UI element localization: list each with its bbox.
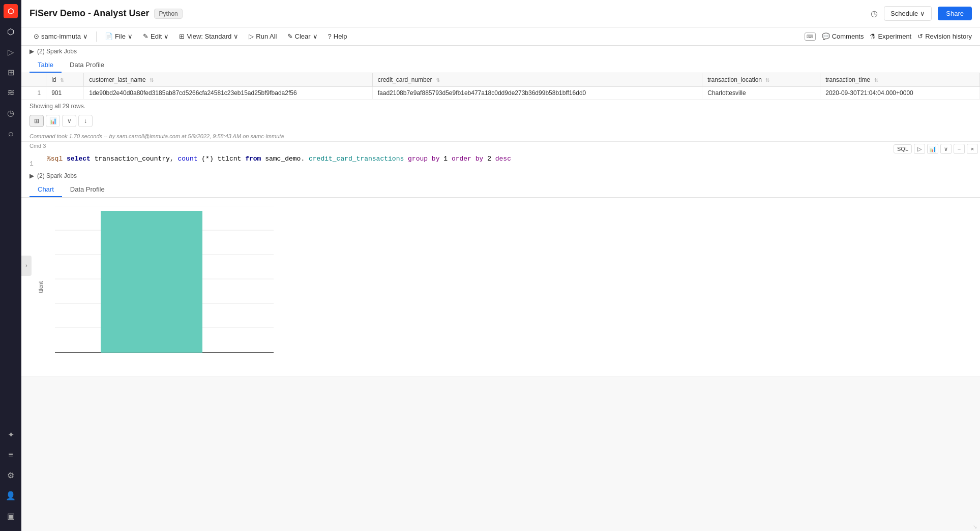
toolbar: ⊙ samc-immuta ∨ 📄 File ∨ ✎ Edit ∨ ⊞ View… xyxy=(21,27,980,46)
cell-cc-number: faad2108b7e9af885793d5e9fb1eb477a18c0dd9… xyxy=(372,87,702,100)
bar-us xyxy=(101,211,202,353)
row-num-1: 1 xyxy=(21,87,46,100)
comments-button[interactable]: 💬 Comments xyxy=(822,33,864,40)
run-all-button[interactable]: ▷ Run All xyxy=(245,30,281,42)
title-bar-right: ◷ Schedule ∨ Share xyxy=(871,6,972,21)
help-menu[interactable]: ? Help xyxy=(324,30,351,42)
file-menu[interactable]: 📄 File ∨ xyxy=(101,30,137,42)
cmd-label-2: Cmd 3 xyxy=(21,142,980,150)
schedule-button[interactable]: Schedule ∨ xyxy=(884,6,932,21)
col-credit-card-number: credit_card_number ⇅ xyxy=(372,73,702,87)
id-sort-icon: ⇅ xyxy=(60,77,64,83)
table-view-button[interactable]: ⊞ xyxy=(29,115,44,127)
spark-jobs-triangle-icon: ▶ xyxy=(29,48,34,55)
table-wrapper: id ⇅ customer_last_name ⇅ credit_card_nu… xyxy=(21,73,980,100)
sidebar-item-clock[interactable]: ◷ xyxy=(2,104,20,122)
cell-close-button[interactable]: × xyxy=(967,144,978,154)
run-all-icon: ▷ xyxy=(249,33,254,40)
edit-menu[interactable]: ✎ Edit ∨ xyxy=(139,30,173,42)
run-all-label: Run All xyxy=(256,33,277,40)
chart-view-button[interactable]: 📊 xyxy=(46,115,60,127)
tab-chart[interactable]: Chart xyxy=(29,181,62,197)
sidebar-item-home[interactable]: ⬡ xyxy=(2,22,20,41)
sidebar-item-search[interactable]: ⌕ xyxy=(2,124,20,142)
cell-last-name: 1de90bd2e40d0a80fed3185ab87cd5266cfa2458… xyxy=(84,87,372,100)
run-cell-button[interactable]: ▷ xyxy=(914,144,925,154)
code-paren: (*) ttlcnt xyxy=(201,155,245,163)
chart-type-button[interactable]: 📊 xyxy=(927,144,938,154)
cell-2-toolbar: SQL ▷ 📊 ∨ − × xyxy=(894,144,978,154)
schedule-label: Schedule xyxy=(890,10,918,17)
edit-label: Edit xyxy=(151,33,162,40)
select-keyword: select xyxy=(67,155,91,163)
cluster-icon: ⊙ xyxy=(34,33,39,40)
magic-keyword: %sql xyxy=(47,155,63,163)
experiment-button[interactable]: ⚗ Experiment xyxy=(870,33,911,40)
col-customer-last-name: customer_last_name ⇅ xyxy=(84,73,372,87)
sidebar-collapse-toggle[interactable]: › xyxy=(21,256,32,276)
col-id: id ⇅ xyxy=(46,73,84,87)
language-badge[interactable]: Python xyxy=(154,9,182,19)
clear-chevron-icon: ∨ xyxy=(313,33,318,40)
cell-2: Cmd 3 1 %sql select transaction_country,… xyxy=(21,142,980,377)
dropdown-view-button[interactable]: ∨ xyxy=(62,115,76,127)
col-transaction-location: transaction_location ⇅ xyxy=(702,73,820,87)
cell-minus-button[interactable]: − xyxy=(954,144,965,154)
cmd-info-1: Command took 1.70 seconds -- by sam.carr… xyxy=(21,131,980,141)
revision-history-button[interactable]: ↺ Revision history xyxy=(917,33,972,40)
keyboard-shortcut-icon[interactable]: ⌨ xyxy=(805,33,816,41)
y-axis-label: ttlcnt xyxy=(38,281,44,293)
tab-table[interactable]: Table xyxy=(29,57,62,73)
time-sort-icon: ⇅ xyxy=(874,77,878,83)
sql-badge[interactable]: SQL xyxy=(894,144,912,153)
help-icon: ? xyxy=(328,33,332,40)
from-keyword: from xyxy=(245,155,261,163)
file-label: File xyxy=(115,33,126,40)
main-content: FiServ Demo - Analyst User Python ◷ Sche… xyxy=(21,0,980,531)
chart-container: ttlcnt 0 5 10 xyxy=(21,198,980,377)
view-menu[interactable]: ⊞ View: Standard ∨ xyxy=(175,30,243,42)
clear-menu[interactable]: ✎ Clear ∨ xyxy=(283,30,322,42)
tab-data-profile[interactable]: Data Profile xyxy=(62,57,112,73)
sidebar-item-cluster[interactable]: ✦ xyxy=(2,425,20,444)
col-transaction-time: transaction_time ⇅ xyxy=(820,73,980,87)
view-icon: ⊞ xyxy=(179,33,185,40)
loc-sort-icon: ⇅ xyxy=(765,77,769,83)
sidebar-item-user[interactable]: 👤 xyxy=(2,486,20,505)
schedule-clock-icon: ◷ xyxy=(871,9,878,18)
tab-data-profile-2[interactable]: Data Profile xyxy=(62,181,113,197)
desc-keyword: desc xyxy=(495,155,511,163)
sidebar-item-workflows[interactable]: ≡ xyxy=(2,446,20,464)
sidebar-item-expand[interactable]: ▣ xyxy=(2,507,20,525)
sidebar-item-arrow[interactable]: ▷ xyxy=(2,43,20,61)
sidebar-item-layers[interactable]: ≋ xyxy=(2,83,20,102)
databricks-logo[interactable]: ⬡ xyxy=(4,4,18,18)
cell-location: Charlottesville xyxy=(702,87,820,100)
help-label: Help xyxy=(334,33,347,40)
code-text-2: samc_demo. xyxy=(265,155,305,163)
cluster-selector[interactable]: ⊙ samc-immuta ∨ xyxy=(29,30,92,42)
sidebar-item-data[interactable]: ⊞ xyxy=(2,63,20,81)
title-bar-left: FiServ Demo - Analyst User Python xyxy=(29,8,871,19)
revision-history-icon: ↺ xyxy=(917,33,923,40)
spark-jobs-label-1: (2) Spark Jobs xyxy=(37,48,77,55)
file-icon: 📄 xyxy=(105,33,113,40)
notebook-area: ▶ (2) Spark Jobs Table Data Profile xyxy=(21,46,980,531)
table-header-row: id ⇅ customer_last_name ⇅ credit_card_nu… xyxy=(21,73,980,87)
spark-jobs-row-2[interactable]: ▶ (2) Spark Jobs xyxy=(21,170,980,181)
code-text-3: 1 xyxy=(443,155,452,163)
sidebar-item-settings[interactable]: ⚙ xyxy=(2,466,20,484)
download-button[interactable]: ↓ xyxy=(78,115,93,127)
chart-svg: 0 5 10 15 20 xyxy=(55,206,274,353)
experiment-label: Experiment xyxy=(878,33,911,40)
code-editor-2[interactable]: 1 %sql select transaction_country, count… xyxy=(21,150,980,170)
spark-jobs-row-1[interactable]: ▶ (2) Spark Jobs xyxy=(21,46,980,57)
resize-handle-1[interactable]: ↘ xyxy=(973,524,978,529)
clear-icon: ✎ xyxy=(287,33,293,40)
cell-1-container: ▶ (2) Spark Jobs Table Data Profile xyxy=(21,46,980,142)
count-function: count xyxy=(177,155,197,163)
schedule-chevron-icon: ∨ xyxy=(920,10,925,17)
view-chevron-icon: ∨ xyxy=(233,33,239,40)
cell-chevron-button[interactable]: ∨ xyxy=(940,144,952,154)
share-button[interactable]: Share xyxy=(938,7,972,20)
